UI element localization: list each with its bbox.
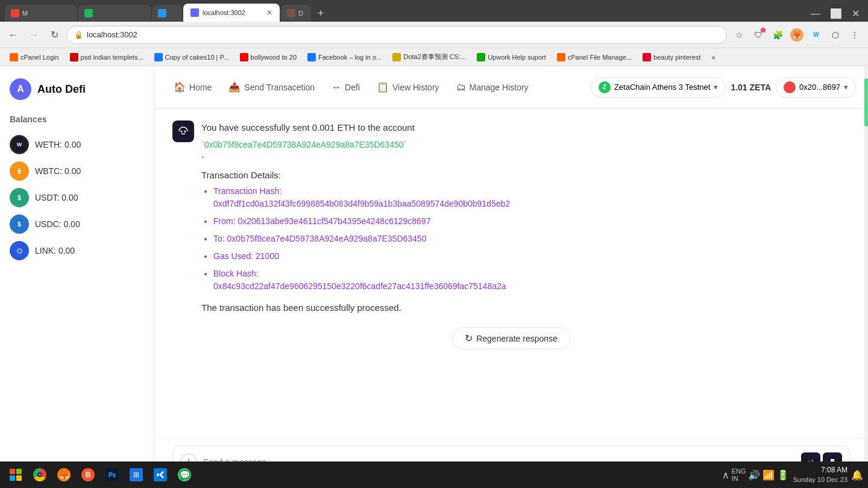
wallet-chevron-icon: ▾ xyxy=(844,83,848,92)
app-container: A Auto Defi Balances W WETH: 0.00 ₿ WBTC… xyxy=(0,66,868,488)
back-btn[interactable]: ← xyxy=(5,27,22,43)
profile-icon[interactable]: 🦊 xyxy=(788,27,805,43)
maximize-icon[interactable]: ⬜ xyxy=(826,8,846,19)
minimize-icon[interactable]: — xyxy=(807,8,824,19)
bookmark-more[interactable]: » xyxy=(706,52,720,62)
vscode-icon xyxy=(154,468,167,481)
nav-view-history[interactable]: 📋 View History xyxy=(370,77,447,98)
wallet-ext-icon[interactable]: W xyxy=(808,27,825,43)
bookmark-dota[interactable]: Dota2赛事预测 CS:... xyxy=(388,51,471,63)
forward-btn[interactable]: → xyxy=(25,27,42,43)
svg-point-1 xyxy=(181,131,183,133)
new-tab-btn[interactable]: + xyxy=(312,5,329,22)
bookmark-upwork[interactable]: Upwork Help suport xyxy=(472,52,551,63)
bookmark-icon-cpanel xyxy=(10,53,18,61)
link-icon: ⬡ xyxy=(10,241,29,260)
bookmark-label-facebook: Facebook – log in o... xyxy=(318,54,382,61)
taskbar-vscode[interactable] xyxy=(149,464,171,486)
chevron-up-icon[interactable]: ∧ xyxy=(722,469,729,481)
taskbar-items: 🦊 B Ps ⊞ 💬 xyxy=(29,464,720,486)
regenerate-btn[interactable]: ↻ Regenerate response xyxy=(452,327,570,349)
scrollbar-track[interactable] xyxy=(864,66,868,461)
tab-3[interactable] xyxy=(152,5,182,22)
more-extensions-icon[interactable]: ⬡ xyxy=(827,27,844,43)
nav-bar: ← → ↻ 🔒 localhost:3002 ☆ 🛡 ! 🧩 🦊 W ⬡ ⋮ xyxy=(0,22,868,48)
bookmark-cpanel-file[interactable]: cPanel File Manage... xyxy=(552,52,637,63)
taskbar-chrome[interactable] xyxy=(29,464,51,486)
volume-icon[interactable]: 🔊 xyxy=(748,469,760,481)
bookmark-icon-dota xyxy=(392,53,401,61)
processed-msg: The transaction has been successfully pr… xyxy=(201,302,850,313)
nav-send[interactable]: 📤 Send Transacetion xyxy=(221,77,322,98)
nav-home[interactable]: 🏠 Home xyxy=(166,77,219,98)
brand-initial: A xyxy=(17,84,24,95)
top-nav: 🏠 Home 📤 Send Transacetion ↔ Defi 📋 View… xyxy=(154,66,868,108)
network-tray-icon[interactable]: 📶 xyxy=(763,469,775,481)
details-title: Transaction Details: xyxy=(201,170,850,180)
tab-d[interactable]: D xyxy=(281,5,311,22)
bookmark-facebook[interactable]: Facebook – log in o... xyxy=(303,52,386,63)
wallet-selector[interactable]: 0x20...8697 ▾ xyxy=(776,77,856,98)
extensions-icon[interactable]: 🧩 xyxy=(769,27,786,43)
tab-spotify[interactable] xyxy=(78,5,151,22)
battery-icon[interactable]: 🔋 xyxy=(777,469,789,481)
shield-icon[interactable]: 🛡 ! xyxy=(750,27,767,43)
from-item: From: 0x20613abe93e4611cf547b4395e4248c6… xyxy=(213,215,850,228)
tx-hash-item: Transaction Hash: 0xdf7df1cd0a132f43fc69… xyxy=(213,185,850,210)
taskbar-firefox[interactable]: 🦊 xyxy=(53,464,75,486)
usdt-icon: $ xyxy=(10,188,29,207)
bookmark-bollywood[interactable]: bollywood to 20 xyxy=(235,52,301,63)
nav-actions: ☆ 🛡 ! 🧩 🦊 W ⬡ ⋮ xyxy=(731,27,863,43)
bookmark-label-pinterest: beauty pinterest xyxy=(653,54,700,61)
reload-btn[interactable]: ↻ xyxy=(46,27,63,43)
taskbar-sys-area: ∧ ENGIN 🔊 📶 🔋 7:08 AM Sunday 10 Dec 23 🔔 xyxy=(722,465,863,484)
tab-mail[interactable]: M xyxy=(5,5,77,22)
address-bar[interactable]: 🔒 localhost:3002 xyxy=(66,26,727,44)
bookmark-cpanel[interactable]: cPanel Login xyxy=(5,52,64,63)
notification-btn[interactable]: 🔔 xyxy=(851,469,863,481)
taskbar: 🦊 B Ps ⊞ 💬 ∧ ENGIN 🔊 📶 xyxy=(0,461,868,488)
bookmark-pinterest[interactable]: beauty pinterest xyxy=(638,52,705,63)
balance-usdc: $ USDC: 0.00 xyxy=(10,211,144,237)
taskbar-photoshop[interactable]: Ps xyxy=(101,464,123,486)
success-text: You have successfully sent 0.001 ETH to … xyxy=(201,120,850,135)
menu-btn[interactable]: ⋮ xyxy=(846,27,863,43)
bookmark-icon[interactable]: ☆ xyxy=(731,27,747,43)
bookmark-label-bollywood: bollywood to 20 xyxy=(251,54,297,61)
tab-favicon-d xyxy=(287,9,295,17)
firefox-icon: 🦊 xyxy=(57,468,71,481)
wbtc-icon: ₿ xyxy=(10,161,29,181)
tab-label-localhost: localhost:3002 xyxy=(203,9,263,16)
network-dot: Z xyxy=(599,81,611,93)
app-icon: ⊞ xyxy=(130,468,143,481)
usdc-balance: USDC: 0.00 xyxy=(35,219,80,229)
close-icon[interactable]: ✕ xyxy=(848,8,863,19)
bookmark-label-psd: psd indian templets... xyxy=(81,54,143,61)
whatsapp-icon: 💬 xyxy=(178,468,191,481)
balance-usdt: $ USDT: 0.00 xyxy=(10,184,144,211)
taskbar-whatsapp[interactable]: 💬 xyxy=(174,464,195,486)
bookmark-cakes[interactable]: Copy of cakes10 | P... xyxy=(149,52,234,63)
lang-indicator: ENGIN xyxy=(732,468,746,482)
nav-manage-history[interactable]: 🗂 Manage History xyxy=(449,77,536,98)
wallet-dot xyxy=(784,81,796,93)
start-button[interactable] xyxy=(5,464,27,486)
address-url[interactable]: localhost:3002 xyxy=(87,30,719,39)
bookmark-psd[interactable]: psd indian templets... xyxy=(65,52,148,63)
defi-icon: ↔ xyxy=(332,82,341,93)
windows-logo xyxy=(10,469,22,481)
bookmark-icon-upwork xyxy=(477,53,485,61)
taskbar-app[interactable]: ⊞ xyxy=(125,464,147,486)
network-selector[interactable]: Z ZetaChain Athens 3 Testnet ▾ xyxy=(591,77,726,98)
to-text: To: 0x0b75f8cea7e4D59738A924eA929a8a7E35… xyxy=(213,234,426,243)
tab-favicon-spotify xyxy=(84,9,93,17)
regen-icon: ↻ xyxy=(465,333,473,344)
tab-localhost[interactable]: localhost:3002 ✕ xyxy=(183,4,280,22)
balance-link: ⬡ LINK: 0.00 xyxy=(10,237,144,264)
taskbar-brave[interactable]: B xyxy=(77,464,99,486)
weth-balance: WETH: 0.00 xyxy=(35,140,81,149)
tab-close-btn[interactable]: ✕ xyxy=(266,8,272,17)
nav-defi[interactable]: ↔ Defi xyxy=(324,77,367,98)
zeta-balance: 1.01 ZETA xyxy=(731,83,771,92)
home-icon: 🏠 xyxy=(174,81,186,93)
